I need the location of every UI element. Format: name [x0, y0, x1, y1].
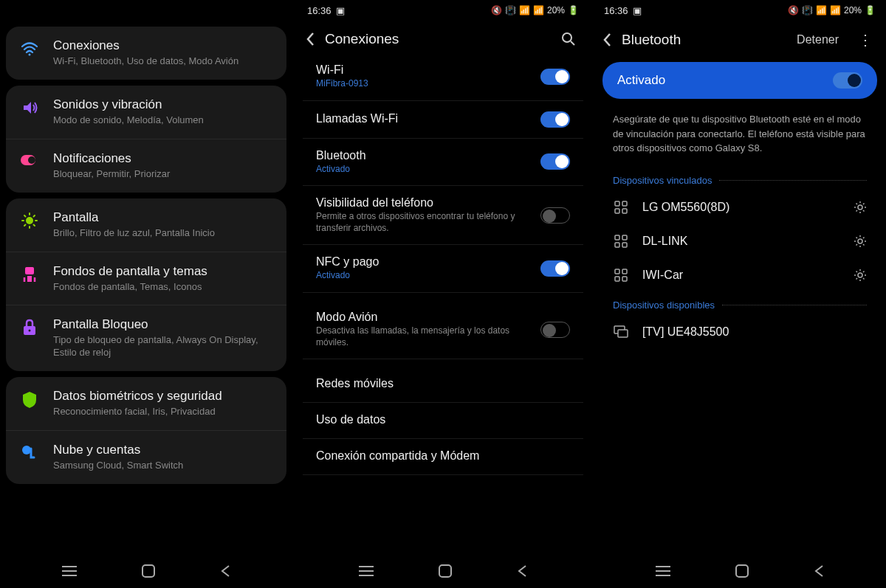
- connection-item[interactable]: Wi-FiMiFibra-0913: [303, 53, 583, 101]
- toggle-switch[interactable]: [540, 322, 570, 338]
- settings-title: Pantalla: [53, 210, 273, 225]
- svg-rect-35: [622, 243, 627, 247]
- nav-back[interactable]: [220, 564, 230, 578]
- bluetooth-active-bar[interactable]: Activado: [602, 62, 877, 99]
- settings-subtitle: Samsung Cloud, Smart Switch: [53, 460, 273, 472]
- svg-point-31: [858, 205, 862, 210]
- page-title: Conexiones: [325, 31, 546, 47]
- settings-item-cloud[interactable]: Nube y cuentas Samsung Cloud, Smart Swit…: [6, 431, 286, 484]
- screenshot-icon: ▣: [633, 5, 642, 16]
- settings-item-wall[interactable]: Fondos de pantalla y temas Fondos de pan…: [6, 252, 286, 306]
- connection-item[interactable]: BluetoothActivado: [303, 139, 583, 187]
- nav-recents[interactable]: [359, 565, 374, 577]
- paired-device[interactable]: LG OM5560(8D): [600, 190, 880, 224]
- settings-title: Datos biométricos y seguridad: [53, 389, 273, 404]
- cloud-icon: [19, 444, 40, 462]
- nav-back[interactable]: [814, 564, 824, 578]
- device-name: DL-LINK: [642, 235, 840, 248]
- settings-subtitle: Wi-Fi, Bluetooth, Uso de datos, Modo Avi…: [53, 55, 273, 68]
- toggle-switch[interactable]: [540, 153, 570, 170]
- notif-icon: [19, 153, 40, 167]
- status-time: 16:36: [307, 5, 332, 16]
- svg-rect-39: [615, 277, 619, 281]
- connection-subtitle: Desactiva las llamadas, la mensajería y …: [316, 325, 532, 348]
- available-section-label: Dispositivos disponibles: [600, 292, 880, 315]
- settings-item-bio[interactable]: Datos biométricos y seguridad Reconocimi…: [6, 377, 286, 431]
- nav-back[interactable]: [517, 564, 527, 578]
- settings-item-wifi[interactable]: Conexiones Wi-Fi, Bluetooth, Uso de dato…: [6, 27, 286, 80]
- wall-icon: [19, 266, 40, 283]
- connection-item[interactable]: Redes móviles: [303, 367, 583, 403]
- paired-device[interactable]: DL-LINK: [600, 224, 880, 258]
- settings-main-screen: Conexiones Wi-Fi, Bluetooth, Uso de dato…: [0, 0, 292, 588]
- svg-rect-27: [615, 201, 619, 206]
- nav-home[interactable]: [142, 564, 155, 578]
- settings-subtitle: Bloquear, Permitir, Priorizar: [53, 168, 273, 181]
- svg-rect-26: [439, 565, 451, 577]
- wifi-icon: 📶: [816, 5, 827, 15]
- svg-point-41: [858, 273, 862, 277]
- toggle-switch[interactable]: [540, 207, 570, 224]
- settings-item-display[interactable]: Pantalla Brillo, Filtro de luz azul, Pan…: [6, 198, 286, 252]
- back-icon[interactable]: [306, 32, 315, 46]
- connection-subtitle: Permite a otros dispositivos encontrar t…: [316, 211, 532, 234]
- paired-section-label: Dispositivos vinculados: [600, 167, 880, 190]
- connection-item[interactable]: Visibilidad del teléfonoPermite a otros …: [303, 186, 583, 245]
- connection-subtitle: Activado: [316, 270, 532, 282]
- connection-item[interactable]: NFC y pagoActivado: [303, 245, 583, 293]
- settings-subtitle: Tipo de bloqueo de pantalla, Always On D…: [53, 334, 273, 359]
- device-name: IWI-Car: [642, 269, 840, 282]
- page-header: Conexiones: [297, 21, 589, 53]
- svg-point-3: [26, 217, 33, 224]
- connection-item[interactable]: Llamadas Wi-Fi: [303, 101, 583, 139]
- bluetooth-description: Asegúrate de que tu dispositivo Bluetoot…: [600, 106, 880, 167]
- stop-button[interactable]: Detener: [792, 33, 843, 46]
- sound-icon: [19, 99, 40, 117]
- svg-rect-47: [736, 565, 748, 577]
- connection-item[interactable]: Conexión compartida y Módem: [303, 439, 583, 475]
- page-header: Bluetooth Detener ⋮: [594, 21, 886, 55]
- connection-item[interactable]: Modo AviónDesactiva las llamadas, la men…: [303, 300, 583, 359]
- page-title: Bluetooth: [622, 32, 782, 48]
- nav-home[interactable]: [735, 564, 749, 578]
- bluetooth-master-toggle[interactable]: [833, 72, 862, 89]
- more-icon[interactable]: ⋮: [854, 31, 877, 49]
- battery-pct: 20%: [547, 5, 565, 15]
- connection-subtitle: MiFibra-0913: [316, 78, 532, 90]
- connection-title: Visibilidad del teléfono: [316, 196, 532, 210]
- paired-device[interactable]: IWI-Car: [600, 258, 880, 292]
- mute-icon: 🔇: [491, 5, 502, 15]
- search-icon[interactable]: [557, 32, 580, 46]
- settings-item-lock[interactable]: Pantalla Bloqueo Tipo de bloqueo de pant…: [6, 305, 286, 371]
- svg-rect-43: [618, 330, 628, 337]
- gear-icon[interactable]: [854, 269, 867, 282]
- toggle-switch[interactable]: [540, 111, 570, 128]
- settings-item-notif[interactable]: Notificaciones Bloquear, Permitir, Prior…: [6, 139, 286, 193]
- settings-subtitle: Brillo, Filtro de luz azul, Pantalla Ini…: [53, 227, 273, 240]
- connection-title: Llamadas Wi-Fi: [316, 112, 532, 125]
- nav-bar: [0, 554, 292, 588]
- settings-item-sound[interactable]: Sonidos y vibración Modo de sonido, Melo…: [6, 86, 286, 139]
- svg-line-22: [571, 41, 574, 45]
- nav-recents[interactable]: [62, 565, 77, 577]
- status-time: 16:36: [604, 5, 628, 16]
- svg-rect-30: [622, 209, 627, 213]
- svg-rect-37: [615, 269, 619, 274]
- toggle-switch[interactable]: [540, 260, 570, 277]
- lock-icon: [19, 319, 40, 336]
- available-device[interactable]: [TV] UE48J5500: [600, 315, 880, 349]
- svg-rect-34: [615, 243, 619, 247]
- battery-pct: 20%: [844, 5, 862, 15]
- svg-point-21: [563, 33, 571, 42]
- device-type-icon: [613, 201, 629, 214]
- nav-home[interactable]: [439, 564, 452, 578]
- svg-rect-12: [25, 267, 34, 274]
- gear-icon[interactable]: [854, 235, 867, 248]
- back-icon[interactable]: [602, 32, 611, 47]
- toggle-switch[interactable]: [540, 69, 570, 85]
- gear-icon[interactable]: [854, 201, 867, 214]
- nav-recents[interactable]: [656, 565, 670, 577]
- vibrate-icon: 📳: [802, 5, 813, 15]
- svg-rect-40: [622, 277, 627, 281]
- connection-item[interactable]: Uso de datos: [303, 403, 583, 439]
